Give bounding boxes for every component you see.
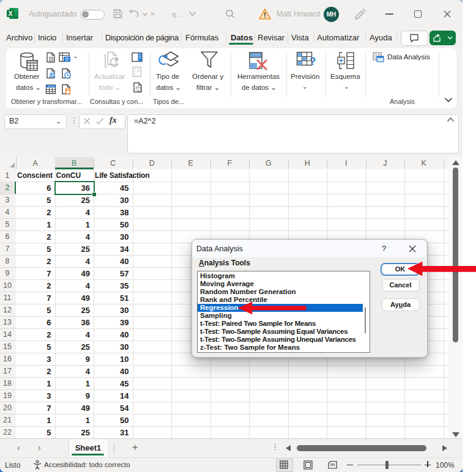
svg-text:?: ? xyxy=(310,56,316,67)
svg-text:X: X xyxy=(9,10,13,17)
